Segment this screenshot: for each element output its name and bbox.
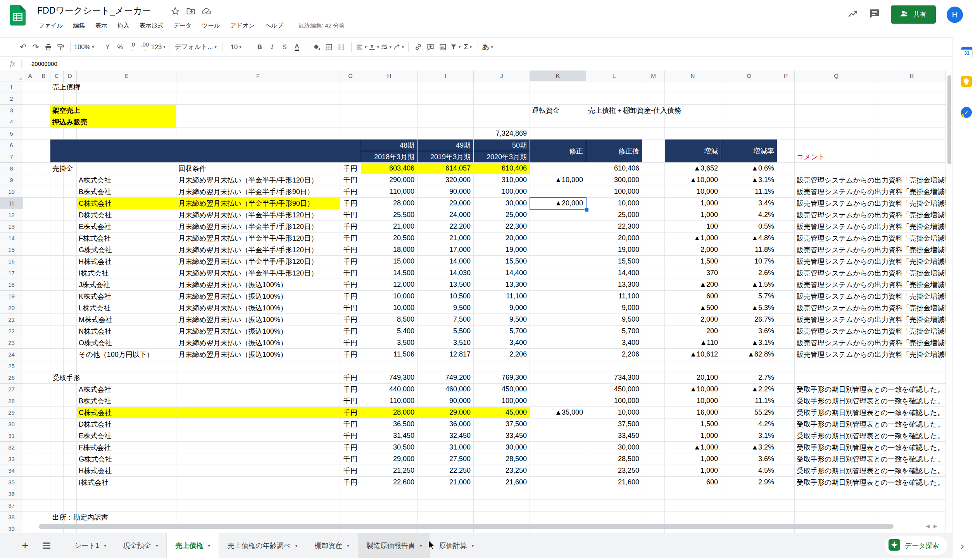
cell-I14[interactable]: 21,000 (418, 232, 473, 244)
menu-item-9[interactable]: ヘルプ (260, 19, 288, 32)
filter-button[interactable]: ▾ (449, 40, 462, 54)
cell-O8[interactable]: ▲0.6% (721, 163, 777, 174)
cell-G28[interactable]: 千円 (340, 395, 361, 406)
cell-E27[interactable]: A株式会社 (77, 384, 176, 395)
cell-O17[interactable]: 2.6% (721, 267, 777, 279)
redo-button[interactable]: ↷ (29, 40, 42, 54)
cell-L16[interactable]: 15,500 (586, 256, 642, 267)
cell-E17[interactable]: I株式会社 (77, 267, 176, 279)
cell-J12[interactable]: 25,000 (474, 209, 530, 220)
cell-E16[interactable]: H株式会社 (77, 256, 176, 267)
column-header-P[interactable]: P (777, 71, 795, 81)
cell-O24[interactable]: ▲82.8% (721, 349, 777, 360)
google-tasks-icon[interactable]: ✓ (961, 107, 972, 118)
column-header-Q[interactable]: Q (795, 71, 878, 81)
cell-H9[interactable]: 290,000 (361, 174, 417, 186)
cell-K29[interactable]: ▲35,000 (530, 407, 586, 418)
cell-H18[interactable]: 12,000 (361, 279, 417, 290)
cell-L19[interactable]: 11,100 (586, 291, 642, 302)
cell-J11[interactable]: 30,000 (474, 198, 530, 209)
cell-I34[interactable]: 22,250 (418, 465, 473, 476)
cell-O20[interactable]: ▲5.3% (721, 302, 777, 313)
cell-H13[interactable]: 21,000 (361, 221, 417, 232)
insert-comment-button[interactable] (424, 40, 437, 54)
cell-E28[interactable]: B株式会社 (77, 395, 176, 406)
cell-L8[interactable]: 610,406 (586, 163, 642, 174)
fill-color-button[interactable] (311, 40, 323, 54)
cell-Q16[interactable]: 販売管理システムからの出力資料「売掛金増減明細」 (795, 256, 945, 267)
cell-F8[interactable]: 回収条件 (176, 163, 340, 174)
insert-link-button[interactable] (412, 40, 424, 54)
cell-J16[interactable]: 15,500 (474, 256, 530, 267)
cell-F24[interactable]: 月末締め翌月末払い（振込100%） (176, 349, 340, 360)
decrease-decimals-button[interactable]: .0← (126, 40, 139, 54)
cell-G20[interactable]: 千円 (340, 302, 361, 313)
column-header-G[interactable]: G (340, 71, 361, 81)
cell-N27[interactable]: ▲10,000 (665, 384, 721, 395)
cell-F13[interactable]: 月末締め翌月末払い（半金半手/手形120日） (176, 221, 340, 232)
print-button[interactable] (42, 40, 54, 54)
cell-G9[interactable]: 千円 (340, 174, 361, 186)
cell-I26[interactable]: 749,200 (418, 372, 473, 383)
cell-J10[interactable]: 100,000 (474, 186, 530, 197)
format-percent-button[interactable]: % (114, 40, 126, 54)
cell-G10[interactable]: 千円 (340, 186, 361, 197)
column-header-E[interactable]: E (77, 71, 176, 81)
cell-H32[interactable]: 30,500 (361, 442, 417, 453)
cell-J5[interactable]: 7,324,869 (474, 128, 530, 139)
cell-C4[interactable]: 押込み販売 (50, 116, 176, 127)
column-header-H[interactable]: H (361, 71, 418, 81)
cell-J7[interactable]: 2020年3月期 (474, 151, 530, 162)
cell-G21[interactable]: 千円 (340, 314, 361, 325)
cell-E31[interactable]: E株式会社 (77, 430, 176, 441)
cell-N30[interactable]: 1,500 (665, 418, 721, 430)
column-header-O[interactable]: O (721, 71, 777, 81)
cell-L24[interactable]: 2,206 (586, 349, 642, 360)
cell-F19[interactable]: 月末締め翌月末払い（振込100%） (176, 291, 340, 302)
cell-N28[interactable]: 10,000 (665, 395, 721, 406)
text-rotation-button[interactable]: ▾ (392, 40, 405, 54)
cell-J30[interactable]: 37,500 (474, 418, 530, 430)
cell-N11[interactable]: 1,000 (665, 198, 721, 209)
cell-N6[interactable]: 増減 (665, 140, 721, 162)
cell-H21[interactable]: 8,500 (361, 314, 417, 325)
cell-O9[interactable]: ▲3.1% (721, 174, 777, 186)
cell-G23[interactable]: 千円 (340, 337, 361, 348)
cell-I27[interactable]: 460,000 (418, 384, 473, 395)
cell-H11[interactable]: 28,000 (361, 198, 417, 209)
cell-I19[interactable]: 10,500 (418, 291, 473, 302)
cell-L28[interactable]: 100,000 (586, 395, 642, 406)
cell-H19[interactable]: 10,000 (361, 291, 417, 302)
cell-Q27[interactable]: 受取手形の期日別管理表との一致を確認した。 (795, 384, 945, 395)
cell-L18[interactable]: 13,300 (586, 279, 642, 290)
column-header-F[interactable]: F (176, 71, 340, 81)
cell-L17[interactable]: 14,400 (586, 267, 642, 279)
add-sheet-button[interactable]: + (22, 540, 29, 551)
cell-H20[interactable]: 10,000 (361, 302, 417, 313)
cell-Q35[interactable]: 受取手形の期日別管理表との一致を確認した。 (795, 477, 945, 488)
menu-item-4[interactable]: 挿入 (112, 19, 134, 32)
menu-item-8[interactable]: アドオン (225, 19, 260, 32)
cell-E21[interactable]: M株式会社 (77, 314, 176, 325)
cell-J26[interactable]: 769,300 (474, 372, 530, 383)
cell-J32[interactable]: 30,000 (474, 442, 530, 453)
cell-O6[interactable]: 増減率 (721, 140, 777, 162)
cell-H28[interactable]: 110,000 (361, 395, 417, 406)
strikethrough-button[interactable]: S (278, 40, 291, 54)
cell-N21[interactable]: 2,000 (665, 314, 721, 325)
cell-E19[interactable]: K株式会社 (77, 291, 176, 302)
cell-J8[interactable]: 610,406 (474, 163, 530, 174)
cell-H10[interactable]: 110,000 (361, 186, 417, 197)
tab-menu-icon[interactable]: ▾ (104, 543, 106, 548)
cell-L10[interactable]: 100,000 (586, 186, 642, 197)
cell-J21[interactable]: 9,500 (474, 314, 530, 325)
vertical-scrollbar-track[interactable] (946, 71, 952, 533)
cell-E23[interactable]: O株式会社 (77, 337, 176, 348)
cell-H22[interactable]: 5,400 (361, 326, 417, 337)
cell-I10[interactable]: 90,000 (418, 186, 473, 197)
cell-C38[interactable]: 出所：勘定内訳書 (50, 512, 340, 523)
cell-G35[interactable]: 千円 (340, 477, 361, 488)
cell-J6[interactable]: 50期 (474, 140, 530, 151)
cell-Q13[interactable]: 販売管理システムからの出力資料「売掛金増減明細」 (795, 221, 945, 232)
cell-Q19[interactable]: 販売管理システムからの出力資料「売掛金増減明細」 (795, 291, 945, 302)
